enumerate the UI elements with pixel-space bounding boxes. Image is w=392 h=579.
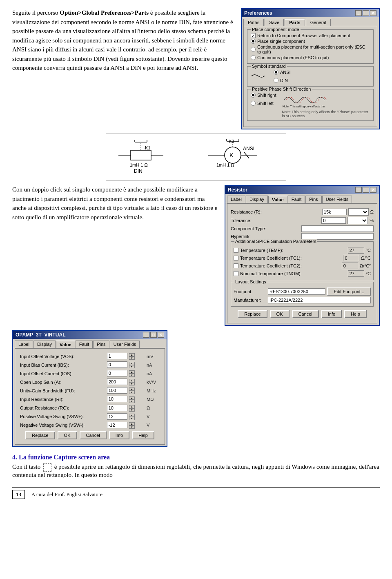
temp-row: Temperature (TEMP): °C — [234, 247, 371, 254]
resistor-help-btn[interactable]: Help — [344, 310, 367, 318]
tnom-input[interactable] — [348, 270, 364, 277]
opamp-spin-down-5[interactable]: ▼ — [129, 400, 135, 403]
opamp-help-btn[interactable]: Help — [132, 431, 154, 439]
svg-text:DIN: DIN — [134, 168, 143, 174]
opamp-tab-display[interactable]: Display — [33, 341, 56, 348]
return-checkbox[interactable] — [251, 33, 256, 38]
opamp-cancel-btn[interactable]: Cancel — [80, 431, 107, 439]
din-relay-svg: ·K1 1mH 1 Ω DIN — [118, 138, 184, 175]
temp-checkbox[interactable] — [234, 248, 238, 253]
shift-right-radio[interactable] — [251, 93, 256, 98]
opamp-spin-up-2[interactable]: ▲ — [129, 370, 135, 374]
tolerance-input[interactable] — [321, 217, 346, 224]
opamp-tab-value[interactable]: Value — [56, 341, 75, 348]
opamp-param-input-5[interactable] — [107, 396, 127, 402]
preferences-title: Preferences — [244, 10, 272, 16]
resistor-replace-btn[interactable]: Replace — [238, 310, 267, 318]
opamp-spin-down-1[interactable]: ▼ — [129, 365, 135, 368]
maximize-button[interactable]: □ — [363, 10, 369, 16]
temp-input[interactable] — [348, 247, 364, 254]
opamp-spin-down-0[interactable]: ▼ — [129, 356, 135, 360]
opamp-tab-fault[interactable]: Fault — [76, 341, 93, 348]
tc1-input[interactable] — [343, 255, 359, 261]
resistor-minimize-btn[interactable]: _ — [355, 187, 362, 193]
place-single-label: Place single component — [257, 39, 305, 44]
continuous-multi-radio[interactable] — [251, 47, 256, 52]
opamp-param-input-2[interactable] — [107, 370, 127, 376]
resistor-tab-value[interactable]: Value — [268, 196, 287, 203]
opamp-spin-up-8[interactable]: ▲ — [129, 422, 135, 425]
opamp-ok-btn[interactable]: OK — [58, 431, 77, 439]
tnom-checkbox[interactable] — [234, 271, 238, 276]
shift-left-radio[interactable] — [251, 101, 256, 106]
opamp-spin-up-1[interactable]: ▲ — [129, 362, 135, 365]
opamp-param-input-6[interactable] — [107, 405, 127, 411]
manufacturer-label: Manufacturer: — [234, 298, 266, 303]
opamp-param-input-3[interactable] — [107, 379, 127, 385]
opamp-replace-btn[interactable]: Replace — [25, 431, 55, 439]
opamp-spin-up-0[interactable]: ▲ — [129, 353, 135, 356]
close-button[interactable]: ✕ — [370, 10, 376, 16]
tab-save[interactable]: Save — [265, 19, 284, 26]
opamp-tab-pins[interactable]: Pins — [93, 341, 109, 348]
intro-line1: Seguite il percorso — [12, 9, 60, 16]
opamp-spin-up-6[interactable]: ▲ — [129, 405, 135, 408]
opamp-spin-down-7[interactable]: ▼ — [129, 417, 135, 420]
edit-footprint-btn[interactable]: Edit Footprint... — [327, 287, 371, 296]
tab-parts[interactable]: Parts — [285, 19, 305, 26]
opamp-param-input-1[interactable] — [107, 361, 127, 368]
resistor-tab-userfields[interactable]: User Fields — [322, 196, 352, 203]
opamp-close-btn[interactable]: ✕ — [158, 332, 164, 338]
din-radio[interactable] — [274, 78, 278, 83]
resistance-input[interactable] — [322, 209, 347, 215]
resistance-dropdown[interactable] — [348, 208, 369, 216]
tab-general[interactable]: General — [306, 19, 331, 26]
svg-text:1mH 1 Ω: 1mH 1 Ω — [130, 163, 148, 167]
opamp-spin-down-3[interactable]: ▼ — [129, 382, 135, 385]
opamp-param-input-8[interactable] — [107, 422, 127, 428]
opamp-param-input-0[interactable] — [107, 353, 127, 359]
opamp-param-input-7[interactable] — [107, 413, 127, 420]
resistor-buttons-row: Replace OK Cancel Info Help — [231, 308, 374, 320]
resistor-titlebar: Resistor _ □ ✕ — [225, 186, 379, 194]
tab-paths[interactable]: Paths — [243, 19, 264, 26]
resistor-tab-fault[interactable]: Fault — [288, 196, 305, 203]
resistor-cancel-btn[interactable]: Cancel — [292, 310, 319, 318]
component-type-input[interactable] — [301, 225, 374, 232]
opamp-spin-up-4[interactable]: ▲ — [129, 387, 135, 391]
opamp-spin-down-6[interactable]: ▼ — [129, 408, 135, 412]
footprint-input[interactable] — [268, 288, 325, 295]
resistor-ok-btn[interactable]: OK — [270, 310, 290, 318]
resistor-tab-label[interactable]: Label — [227, 196, 245, 203]
tc2-checkbox[interactable] — [234, 263, 238, 268]
opamp-tab-userfields[interactable]: User Fields — [110, 341, 140, 348]
opamp-param-input-4[interactable] — [107, 387, 127, 394]
place-single-radio[interactable] — [251, 39, 256, 44]
ansi-radio[interactable] — [274, 70, 278, 75]
resistor-tab-pins[interactable]: Pins — [305, 196, 321, 203]
resistor-tab-display[interactable]: Display — [246, 196, 268, 203]
din-label: DIN — [280, 78, 288, 83]
tc1-checkbox[interactable] — [234, 256, 238, 261]
tolerance-dropdown[interactable] — [347, 217, 368, 224]
opamp-tab-label[interactable]: Label — [15, 341, 33, 348]
opamp-spin-up-5[interactable]: ▲ — [129, 396, 135, 400]
continuous-radio[interactable] — [251, 55, 256, 60]
place-component-label: Place component mode — [251, 27, 301, 32]
opamp-spin-down-8[interactable]: ▼ — [129, 425, 135, 429]
opamp-spin-down-2[interactable]: ▼ — [129, 374, 135, 377]
opamp-spin-up-3[interactable]: ▲ — [129, 379, 135, 382]
opamp-maximize-btn[interactable]: □ — [150, 332, 157, 338]
opamp-param-label-2: Input Offset Current (IOS): — [18, 369, 105, 378]
minimize-button[interactable]: _ — [355, 10, 362, 16]
opamp-info-btn[interactable]: Info — [109, 431, 129, 439]
tc2-unit: Ω/°C² — [360, 263, 371, 268]
opamp-minimize-btn[interactable]: _ — [143, 332, 149, 338]
manufacturer-input[interactable] — [268, 297, 371, 303]
resistor-maximize-btn[interactable]: □ — [363, 187, 369, 193]
resistor-close-btn[interactable]: ✕ — [370, 187, 376, 193]
resistor-info-btn[interactable]: Info — [321, 310, 342, 318]
opamp-spin-down-4[interactable]: ▼ — [129, 391, 135, 394]
tc2-input[interactable] — [342, 263, 358, 269]
opamp-spin-up-7[interactable]: ▲ — [129, 414, 135, 417]
